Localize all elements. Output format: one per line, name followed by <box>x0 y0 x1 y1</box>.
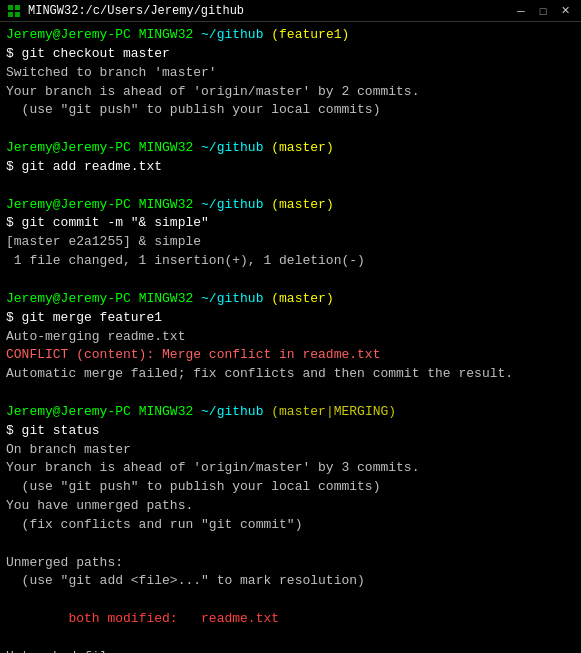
close-button[interactable]: ✕ <box>555 3 575 19</box>
blank-1 <box>6 120 575 139</box>
svg-rect-2 <box>8 12 13 17</box>
window-icon <box>6 3 22 19</box>
cmd-line-1: $ git checkout master <box>6 45 575 64</box>
out-line-11: You have unmerged paths. <box>6 497 575 516</box>
window-controls: ─ □ ✕ <box>511 3 575 19</box>
modified-line: both modified: readme.txt <box>6 610 575 629</box>
out-line-3: (use "git push" to publish your local co… <box>6 101 575 120</box>
out-line-1: Switched to branch 'master' <box>6 64 575 83</box>
out-line-4: [master e2a1255] & simple <box>6 233 575 252</box>
out-line-5: 1 file changed, 1 insertion(+), 1 deleti… <box>6 252 575 271</box>
prompt-line-5: Jeremy@Jeremy-PC MINGW32 ~/github (maste… <box>6 403 575 422</box>
maximize-button[interactable]: □ <box>533 3 553 19</box>
out-line-2: Your branch is ahead of 'origin/master' … <box>6 83 575 102</box>
conflict-line-1: CONFLICT (content): Merge conflict in re… <box>6 346 575 365</box>
prompt-line-3: Jeremy@Jeremy-PC MINGW32 ~/github (maste… <box>6 196 575 215</box>
out-line-9: Your branch is ahead of 'origin/master' … <box>6 459 575 478</box>
prompt-line-2: Jeremy@Jeremy-PC MINGW32 ~/github (maste… <box>6 139 575 158</box>
minimize-button[interactable]: ─ <box>511 3 531 19</box>
blank-4 <box>6 384 575 403</box>
blank-2 <box>6 177 575 196</box>
cmd-line-3: $ git commit -m "& simple" <box>6 214 575 233</box>
svg-rect-1 <box>15 5 20 10</box>
blank-3 <box>6 271 575 290</box>
out-line-12: (fix conflicts and run "git commit") <box>6 516 575 535</box>
prompt-line-1: Jeremy@Jeremy-PC MINGW32 ~/github (featu… <box>6 26 575 45</box>
out-line-15: Untracked files: <box>6 648 575 653</box>
cmd-line-2: $ git add readme.txt <box>6 158 575 177</box>
out-line-8: On branch master <box>6 441 575 460</box>
blank-5 <box>6 535 575 554</box>
cmd-line-5: $ git status <box>6 422 575 441</box>
prompt-line-4: Jeremy@Jeremy-PC MINGW32 ~/github (maste… <box>6 290 575 309</box>
out-line-10: (use "git push" to publish your local co… <box>6 478 575 497</box>
out-line-7: Automatic merge failed; fix conflicts an… <box>6 365 575 384</box>
out-line-14: (use "git add <file>..." to mark resolut… <box>6 572 575 591</box>
terminal: Jeremy@Jeremy-PC MINGW32 ~/github (featu… <box>0 22 581 653</box>
blank-6 <box>6 591 575 610</box>
svg-rect-3 <box>15 12 20 17</box>
svg-rect-0 <box>8 5 13 10</box>
window-title: MINGW32:/c/Users/Jeremy/github <box>28 4 511 18</box>
out-line-6: Auto-merging readme.txt <box>6 328 575 347</box>
title-bar: MINGW32:/c/Users/Jeremy/github ─ □ ✕ <box>0 0 581 22</box>
out-line-13: Unmerged paths: <box>6 554 575 573</box>
cmd-line-4: $ git merge feature1 <box>6 309 575 328</box>
blank-7 <box>6 629 575 648</box>
